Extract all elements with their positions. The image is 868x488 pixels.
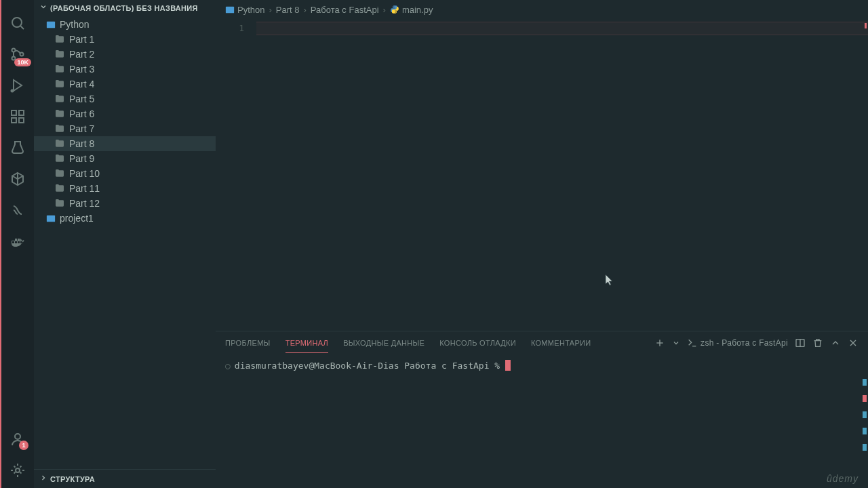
settings-icon[interactable]	[8, 461, 27, 480]
tab-comments[interactable]: КОММЕНТАРИИ	[531, 333, 591, 352]
panel-tabs: ПРОБЛЕМЫ ТЕРМИНАЛ ВЫХОДНЫЕ ДАННЫЕ КОНСОЛ…	[216, 331, 868, 354]
debug-icon[interactable]	[8, 76, 27, 95]
docker-icon[interactable]	[8, 232, 27, 251]
tree-label: Part 2	[69, 49, 94, 60]
workspace-header[interactable]: (РАБОЧАЯ ОБЛАСТЬ) БЕЗ НАЗВАНИЯ	[34, 0, 216, 16]
sidebar: (РАБОЧАЯ ОБЛАСТЬ) БЕЗ НАЗВАНИЯ Python Pa…	[34, 0, 216, 488]
tree-folder[interactable]: Part 7	[34, 121, 216, 136]
folder-icon	[54, 94, 65, 104]
extensions-icon[interactable]	[8, 107, 27, 126]
testing-icon[interactable]	[8, 138, 27, 157]
terminal-body[interactable]: ○ diasmuratbayev@MacBook-Air-Dias Работа…	[216, 354, 868, 488]
tree-folder[interactable]: Part 1	[34, 32, 216, 47]
tree-label: Part 8	[69, 138, 94, 149]
close-panel-icon[interactable]	[848, 338, 859, 348]
terminal-circle-icon: ○	[225, 361, 231, 371]
watermark: ûdemy	[827, 473, 859, 484]
svg-point-11	[15, 434, 20, 439]
tree-root-python[interactable]: Python	[34, 17, 216, 32]
tab-output[interactable]: ВЫХОДНЫЕ ДАННЫЕ	[343, 333, 425, 352]
tree-label: Python	[60, 19, 90, 30]
svg-point-4	[20, 53, 24, 56]
accounts-icon[interactable]: 1	[8, 430, 27, 449]
package-icon[interactable]	[8, 169, 27, 188]
breadcrumb-item[interactable]: Python	[225, 5, 264, 15]
tree-folder[interactable]: Part 12	[34, 196, 216, 211]
chevron-right-icon	[39, 474, 47, 484]
line-highlight	[256, 22, 868, 35]
svg-marker-5	[14, 80, 22, 91]
svg-rect-7	[12, 110, 16, 115]
breadcrumbs: Python › Part 8 › Работа с FastApi › mai…	[216, 0, 868, 19]
svg-point-2	[12, 49, 16, 52]
file-tree: Python Part 1Part 2Part 3Part 4Part 5Par…	[34, 16, 216, 469]
line-number: 1	[216, 23, 244, 33]
terminal-cursor	[505, 360, 511, 371]
main-area: Python › Part 8 › Работа с FastApi › mai…	[216, 0, 868, 488]
accounts-badge: 1	[19, 441, 28, 450]
editor[interactable]: 1	[216, 19, 868, 331]
folder-icon	[54, 138, 65, 149]
folder-icon	[54, 34, 65, 45]
tree-folder[interactable]: Part 4	[34, 77, 216, 92]
tree-folder[interactable]: Part 8	[34, 136, 216, 151]
tree-label: Part 1	[69, 34, 94, 45]
tree-label: Part 7	[69, 123, 94, 134]
terminal-minimap	[863, 379, 867, 451]
tree-label: Part 11	[69, 183, 100, 194]
split-terminal-icon[interactable]	[795, 338, 806, 348]
maximize-panel-icon[interactable]	[830, 338, 841, 348]
editor-gutter: 1	[216, 19, 256, 331]
overview-ruler-mark	[865, 23, 867, 28]
svg-rect-13	[47, 22, 55, 28]
terminal-dropdown-icon[interactable]	[672, 339, 680, 347]
tree-folder[interactable]: Part 11	[34, 181, 216, 196]
breadcrumb-separator: ›	[304, 5, 307, 15]
source-control-badge: 10K	[14, 58, 31, 66]
terminal-prompt: diasmuratbayev@MacBook-Air-Dias Работа с…	[235, 361, 500, 371]
tree-label: Part 3	[69, 64, 94, 75]
tree-folder[interactable]: Part 9	[34, 151, 216, 166]
folder-icon	[54, 168, 65, 179]
outline-header[interactable]: СТРУКТУРА	[34, 469, 216, 488]
breadcrumb-item[interactable]: Part 8	[276, 5, 300, 15]
tree-label: Part 9	[69, 153, 94, 164]
tree-label: Part 12	[69, 198, 100, 209]
search-icon[interactable]	[8, 14, 27, 33]
new-terminal-button[interactable]	[654, 338, 665, 348]
svg-rect-14	[47, 216, 55, 222]
workspace-title: (РАБОЧАЯ ОБЛАСТЬ) БЕЗ НАЗВАНИЯ	[50, 4, 198, 12]
tab-debug-console[interactable]: КОНСОЛЬ ОТЛАДКИ	[439, 333, 516, 352]
svg-point-6	[12, 90, 14, 92]
tree-folder[interactable]: Part 6	[34, 106, 216, 121]
svg-rect-10	[19, 118, 24, 123]
tree-label: Part 6	[69, 108, 94, 119]
svg-rect-15	[226, 7, 234, 14]
breadcrumb-item[interactable]: main.py	[390, 5, 433, 15]
editor-content[interactable]	[256, 19, 868, 331]
tab-problems[interactable]: ПРОБЛЕМЫ	[225, 333, 271, 352]
kill-terminal-icon[interactable]	[812, 338, 823, 348]
folder-icon	[54, 198, 65, 209]
source-control-icon[interactable]: 10K	[8, 45, 27, 64]
tree-folder[interactable]: Part 2	[34, 47, 216, 62]
folder-icon	[54, 79, 65, 89]
breadcrumb-item[interactable]: Работа с FastApi	[311, 5, 379, 15]
remote-icon[interactable]	[8, 201, 27, 220]
terminal-selector[interactable]: zsh - Работа с FastApi	[687, 338, 788, 348]
activity-bar: 10K 1	[0, 0, 34, 488]
tree-label: Part 5	[69, 94, 94, 104]
tree-folder[interactable]: Part 10	[34, 166, 216, 181]
project-icon	[46, 20, 56, 29]
project-icon	[46, 214, 56, 223]
tree-folder[interactable]: Part 5	[34, 92, 216, 106]
svg-rect-9	[12, 118, 16, 123]
outline-title: СТРУКТУРА	[50, 475, 95, 483]
tree-project1[interactable]: project1	[34, 211, 216, 226]
svg-point-0	[12, 18, 22, 27]
chevron-down-icon	[39, 3, 47, 13]
tree-folder[interactable]: Part 3	[34, 62, 216, 77]
folder-icon	[54, 123, 65, 134]
tab-terminal[interactable]: ТЕРМИНАЛ	[285, 333, 328, 353]
breadcrumb-separator: ›	[383, 5, 386, 15]
